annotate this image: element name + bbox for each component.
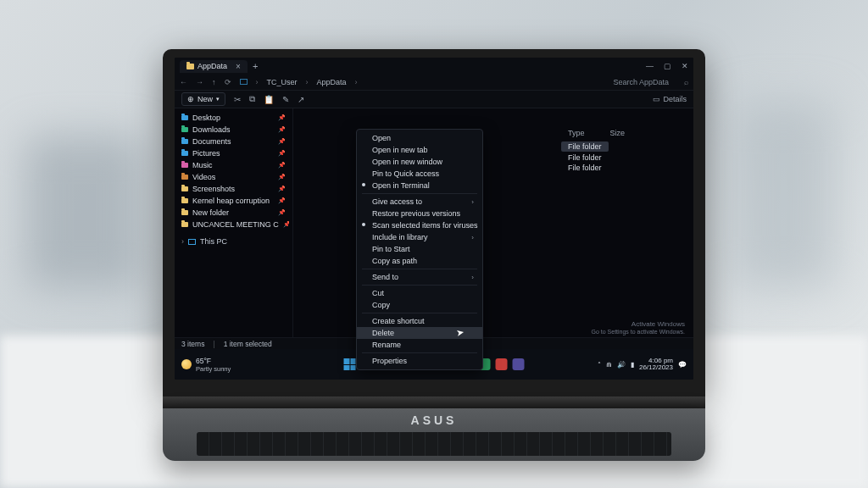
chevron-right-icon: ›: [181, 237, 184, 246]
maximize-icon[interactable]: ▢: [664, 62, 671, 70]
refresh-icon[interactable]: ⟳: [225, 78, 231, 86]
context-menu-label: Restore previous versions: [372, 209, 460, 218]
sidebar-this-pc[interactable]: ›This PC: [178, 236, 289, 247]
forward-icon[interactable]: →: [196, 78, 203, 86]
folder-icon: [181, 222, 188, 227]
context-menu-label: Delete: [372, 329, 394, 337]
breadcrumb-seg[interactable]: TC_User: [267, 78, 298, 86]
context-menu-item[interactable]: Open in new window: [357, 156, 482, 168]
folder-icon: [181, 163, 188, 168]
sidebar-item[interactable]: Pictures📌: [178, 147, 289, 159]
taskbar-app-icon[interactable]: [495, 358, 507, 370]
volume-icon[interactable]: 🔊: [617, 361, 626, 369]
file-list: Name LocalLocalLowRoaming Type Size File…: [293, 108, 693, 337]
context-menu-item[interactable]: Pin to Quick access: [357, 168, 482, 180]
toolbar: ⊕ New ▾ ✂ ⧉ 📋 ✎ ↗ ▭ Details: [175, 90, 693, 108]
sidebar-item[interactable]: Kernel heap corruption📌: [178, 195, 289, 207]
search-input[interactable]: Search AppData: [613, 78, 669, 86]
column-size[interactable]: Size: [610, 129, 626, 137]
weather-widget[interactable]: 65°F Partly sunny: [181, 357, 231, 373]
context-menu-label: Properties: [372, 357, 407, 365]
details-icon: ▭: [653, 95, 660, 103]
context-menu-label: Give access to: [372, 197, 422, 206]
sidebar-item[interactable]: Downloads📌: [178, 124, 289, 136]
sidebar-item[interactable]: Screenshots📌: [178, 183, 289, 195]
sidebar-item[interactable]: UNCANCEL MEETING C📌: [178, 219, 289, 230]
status-count: 3 items: [181, 340, 204, 348]
sidebar-item[interactable]: Documents📌: [178, 136, 289, 147]
context-menu-item[interactable]: Copy as path: [357, 255, 482, 267]
sidebar-item[interactable]: Videos📌: [178, 171, 289, 183]
pin-icon: 📌: [278, 174, 286, 180]
context-menu-item[interactable]: Copy: [357, 299, 482, 311]
window-tab[interactable]: AppData ×: [180, 60, 248, 73]
context-menu-item[interactable]: Give access to›: [357, 196, 482, 208]
battery-icon[interactable]: ▮: [631, 361, 634, 369]
clock[interactable]: 4:06 pm 26/12/2023: [639, 358, 673, 372]
context-menu-item[interactable]: Open in new tab: [357, 144, 482, 156]
file-type-cell: File folder: [568, 152, 687, 163]
context-menu-label: Send to: [372, 273, 398, 281]
sidebar-item[interactable]: Music📌: [178, 159, 289, 171]
context-menu-label: Copy as path: [372, 257, 417, 265]
sun-icon: [181, 359, 192, 369]
context-menu-item[interactable]: Properties: [357, 355, 482, 367]
folder-icon: [181, 186, 188, 191]
context-menu-item[interactable]: Scan selected items for viruses: [357, 219, 482, 231]
pc-icon: [188, 239, 196, 245]
chevron-down-icon: ▾: [216, 96, 220, 103]
sidebar-item-label: Pictures: [192, 149, 220, 158]
context-menu-label: Open in Terminal: [372, 181, 430, 190]
context-menu-item[interactable]: Restore previous versions: [357, 208, 482, 219]
sidebar-item-label: Downloads: [192, 125, 231, 134]
context-menu-item[interactable]: Send to›: [357, 271, 482, 283]
chevron-right-icon: ›: [306, 78, 309, 86]
system-tray[interactable]: ˄ ⋒ 🔊 ▮ 4:06 pm 26/12/2023 💬: [598, 358, 687, 372]
folder-icon: [186, 64, 194, 69]
notifications-icon[interactable]: 💬: [678, 361, 687, 369]
paste-icon[interactable]: 📋: [264, 95, 274, 104]
sidebar-item-label: UNCANCEL MEETING C: [192, 220, 279, 229]
cut-icon[interactable]: ✂: [234, 95, 241, 104]
search-icon[interactable]: ⌕: [684, 78, 688, 86]
context-menu-label: Cut: [372, 289, 384, 297]
start-button[interactable]: [344, 358, 356, 370]
context-menu-item[interactable]: Create shortcut: [357, 315, 482, 327]
sidebar-item[interactable]: Desktop📌: [178, 112, 289, 124]
share-icon[interactable]: ↗: [298, 95, 304, 104]
chevron-right-icon: ›: [471, 198, 474, 206]
details-button[interactable]: ▭ Details: [653, 95, 687, 103]
rename-icon[interactable]: ✎: [282, 95, 289, 104]
context-menu-label: Scan selected items for viruses: [372, 221, 478, 230]
context-menu-item[interactable]: Cut: [357, 287, 482, 299]
column-type[interactable]: Type: [568, 129, 585, 137]
sidebar-item[interactable]: New folder📌: [178, 207, 289, 219]
new-tab-icon[interactable]: +: [253, 61, 258, 71]
context-menu-label: Include in library: [372, 233, 428, 241]
context-menu-label: Open in new window: [372, 158, 442, 166]
context-menu-label: Pin to Quick access: [372, 169, 439, 178]
taskbar-app-icon[interactable]: [512, 358, 524, 370]
new-button[interactable]: ⊕ New ▾: [181, 92, 225, 106]
context-menu-label: Copy: [372, 301, 390, 309]
chevron-right-icon: ›: [471, 234, 474, 241]
pc-crumb-icon[interactable]: [240, 78, 248, 86]
breadcrumb-seg[interactable]: AppData: [317, 78, 347, 86]
context-menu-item[interactable]: Open: [357, 132, 482, 144]
keyboard: [197, 432, 671, 456]
context-menu-item[interactable]: Rename: [357, 339, 482, 351]
wifi-icon[interactable]: ⋒: [606, 361, 612, 369]
chevron-up-icon[interactable]: ˄: [598, 361, 601, 369]
context-menu-item[interactable]: Pin to Start: [357, 243, 482, 255]
close-tab-icon[interactable]: ×: [236, 62, 241, 71]
sidebar-item-label: Documents: [192, 137, 231, 146]
file-type-cell: File folder: [568, 141, 687, 152]
back-icon[interactable]: ←: [180, 78, 187, 86]
minimize-icon[interactable]: —: [646, 62, 654, 70]
close-icon[interactable]: ✕: [682, 62, 688, 70]
folder-icon: [181, 139, 188, 144]
up-icon[interactable]: ↑: [212, 78, 216, 86]
context-menu-item[interactable]: Open in Terminal: [357, 180, 482, 191]
copy-icon[interactable]: ⧉: [249, 94, 255, 104]
context-menu-item[interactable]: Include in library›: [357, 231, 482, 243]
